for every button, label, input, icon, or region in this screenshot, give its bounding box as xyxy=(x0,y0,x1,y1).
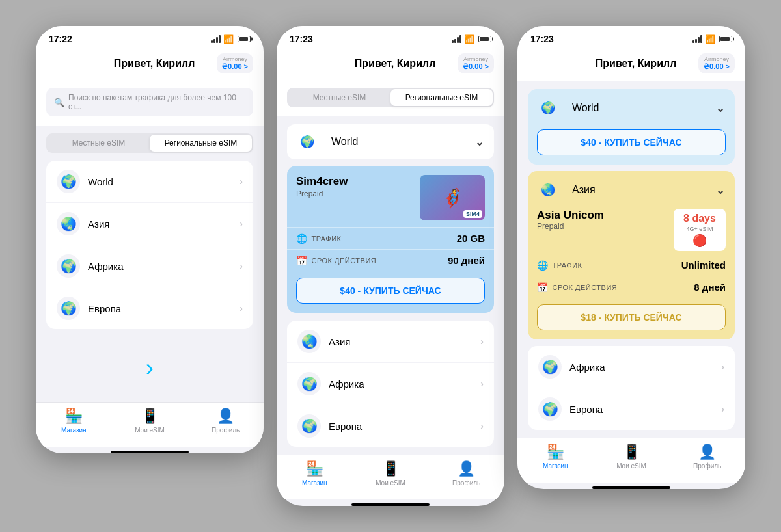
world-section-label-3: World xyxy=(572,102,599,114)
nav-profile-label-2: Профиль xyxy=(452,479,480,486)
shop-icon-3: 🏪 xyxy=(547,444,564,460)
asia-traffic-value-3: Unlimited xyxy=(681,259,726,271)
search-placeholder-1: Поиск по пакетам трафика для более чем 1… xyxy=(68,93,245,111)
shop-icon-1: 🏪 xyxy=(65,408,83,425)
airmoney-label-3: Airmoney xyxy=(704,56,730,62)
plan-validity-2: 📅 СРОК ДЕЙСТВИЯ 90 дней xyxy=(287,249,494,271)
plan-sub-3: 4G+ eSIM xyxy=(687,226,713,232)
world-section-3: 🌍 World ⌄ $40 - КУПИТЬ СЕЙЧАС xyxy=(528,89,735,165)
airmoney-badge-3[interactable]: Airmoney ₴0.00 > xyxy=(698,53,735,73)
region-name-world-1: World xyxy=(88,176,240,187)
sim4-logo: SIM4 xyxy=(463,210,482,218)
tab-wrapper-2: Местные eSIM Региональные eSIM xyxy=(277,81,504,116)
esim-icon-1: 📱 xyxy=(141,408,159,425)
buy-button-2[interactable]: $40 - КУПИТЬ СЕЙЧАС xyxy=(296,278,485,304)
plan-header-2: Sim4crew Prepaid 🦸 SIM4 xyxy=(287,166,494,227)
europe-icon-1: 🌍 xyxy=(57,297,80,320)
nav-shop-1[interactable]: 🏪 Магазин xyxy=(36,408,112,434)
nav-esim-label-1: Мои eSIM xyxy=(135,427,165,434)
world-buy-button-3[interactable]: $40 - КУПИТЬ СЕЙЧАС xyxy=(537,129,726,155)
nav-profile-2[interactable]: 👤 Профиль xyxy=(428,460,504,486)
esim-icon-2: 📱 xyxy=(382,460,400,477)
region-list-1: 🌍 World › 🌏 Азия › 🌍 Африка › 🌍 Европа xyxy=(46,161,253,329)
airmoney-amount-3: ₴0.00 > xyxy=(704,62,730,70)
globe-icon-1: 🌍 xyxy=(57,170,80,193)
region-africa-1[interactable]: 🌍 Африка › xyxy=(46,245,253,287)
asia-plan-info-3: Asia Unicom Prepaid xyxy=(537,209,604,231)
airmoney-amount-1: ₴0.00 > xyxy=(222,62,248,70)
bottom-nav-3: 🏪 Магазин 📱 Мои eSIM 👤 Профиль xyxy=(517,438,745,483)
nav-profile-1[interactable]: 👤 Профиль xyxy=(187,408,264,434)
asia-plan-type-3: Prepaid xyxy=(537,222,604,231)
status-icons-1: 📶 xyxy=(211,34,251,44)
bar4-3 xyxy=(700,35,702,43)
bar1-2 xyxy=(452,40,454,43)
world-header-left-3: 🌍 World xyxy=(538,98,599,118)
calendar-icon-3: 📅 xyxy=(537,282,549,293)
region-world-1[interactable]: 🌍 World › xyxy=(46,161,253,203)
bar3 xyxy=(216,37,218,43)
africa-icon-2: 🌍 xyxy=(297,372,321,395)
asia-icon-1: 🌏 xyxy=(57,212,80,235)
header-title-2: Привет, Кирилл xyxy=(333,58,458,70)
chevron-africa-1: › xyxy=(240,261,243,271)
region-africa-3[interactable]: 🌍 Африка › xyxy=(528,346,735,388)
plan-info-2: Sim4crew Prepaid xyxy=(296,175,348,198)
profile-icon-2: 👤 xyxy=(458,460,475,477)
nav-esim-3[interactable]: 📱 Мои eSIM xyxy=(594,444,670,470)
region-name-europe-1: Европа xyxy=(88,303,240,314)
plan-traffic-2: 🌐 ТРАФИК 20 GB xyxy=(287,227,494,249)
nav-profile-3[interactable]: 👤 Профиль xyxy=(669,444,745,470)
tab-bar-1: Местные eSIM Региональные eSIM xyxy=(46,133,253,153)
chevron-asia-2: › xyxy=(480,336,484,347)
tab-bar-2: Местные eSIM Региональные eSIM xyxy=(287,88,494,107)
region-name-asia-2: Азия xyxy=(329,336,480,347)
tab-regional-1[interactable]: Региональные eSIM xyxy=(150,135,252,152)
asia-section-3: 🌏 Азия ⌄ Asia Unicom Prepaid 8 days 4G+ … xyxy=(528,171,735,339)
region-asia-2[interactable]: 🌏 Азия › xyxy=(287,321,494,363)
world-chevron-3: ⌄ xyxy=(716,102,724,114)
nav-shop-3[interactable]: 🏪 Магазин xyxy=(517,444,594,470)
asia-buy-button-3[interactable]: $18 - КУПИТЬ СЕЙЧАС xyxy=(537,304,726,330)
region-list-3: 🌍 Африка › 🌍 Европа › xyxy=(528,346,735,430)
asia-section-header-3[interactable]: 🌏 Азия ⌄ xyxy=(528,171,735,209)
region-africa-2[interactable]: 🌍 Африка › xyxy=(287,363,494,405)
phone-screen-3: 17:23 📶 Привет, Кирилл Airmoney ₴0.00 > xyxy=(517,26,745,489)
asia-validity-label-3: 📅 СРОК ДЕЙСТВИЯ xyxy=(537,282,617,293)
bar2-3 xyxy=(695,39,697,43)
nav-esim-label-3: Мои eSIM xyxy=(616,462,646,470)
nav-esim-1[interactable]: 📱 Мои eSIM xyxy=(112,408,188,434)
profile-icon-1: 👤 xyxy=(217,408,234,425)
airmoney-badge-2[interactable]: Airmoney ₴0.00 > xyxy=(458,53,494,73)
status-time-3: 17:23 xyxy=(530,34,554,44)
region-europe-3[interactable]: 🌍 Европа › xyxy=(528,388,735,430)
chevron-europe-1: › xyxy=(240,303,243,313)
status-icons-2: 📶 xyxy=(452,34,491,44)
globe-detail-icon-3: 🌐 xyxy=(537,260,549,271)
battery-2 xyxy=(478,36,491,42)
tab-local-2[interactable]: Местные eSIM xyxy=(288,89,390,106)
region-europe-1[interactable]: 🌍 Европа › xyxy=(46,287,253,329)
header-2: Привет, Кирилл Airmoney ₴0.00 > xyxy=(277,49,504,81)
airmoney-badge-1[interactable]: Airmoney ₴0.00 > xyxy=(217,53,253,73)
tab-local-1[interactable]: Местные eSIM xyxy=(48,135,150,152)
search-icon-1: 🔍 xyxy=(54,98,64,107)
calendar-icon-2: 📅 xyxy=(296,256,308,266)
nav-shop-2[interactable]: 🏪 Магазин xyxy=(277,460,353,486)
hero-emoji: 🦸 xyxy=(441,187,464,209)
nav-esim-2[interactable]: 📱 Мои eSIM xyxy=(353,460,429,486)
chevron-europe-3: › xyxy=(721,404,724,414)
search-input-1[interactable]: 🔍 Поиск по пакетам трафика для более чем… xyxy=(46,88,253,116)
tab-regional-2[interactable]: Региональные eSIM xyxy=(390,89,493,106)
screens-container: 17:22 📶 Привет, Кирилл Airmoney ₴0.00 > xyxy=(16,7,765,525)
nav-profile-label-1: Профиль xyxy=(212,427,240,434)
region-europe-2[interactable]: 🌍 Европа › xyxy=(287,405,494,447)
signal-bars-2 xyxy=(452,35,461,43)
airmoney-label-1: Airmoney xyxy=(222,56,248,62)
status-icons-3: 📶 xyxy=(692,34,732,44)
profile-icon-3: 👤 xyxy=(698,444,716,460)
battery-1 xyxy=(238,36,251,42)
world-section-header-3[interactable]: 🌍 World ⌄ xyxy=(528,89,735,127)
region-asia-1[interactable]: 🌏 Азия › xyxy=(46,203,253,245)
dropdown-world-2[interactable]: 🌍 World ⌄ xyxy=(287,124,494,159)
